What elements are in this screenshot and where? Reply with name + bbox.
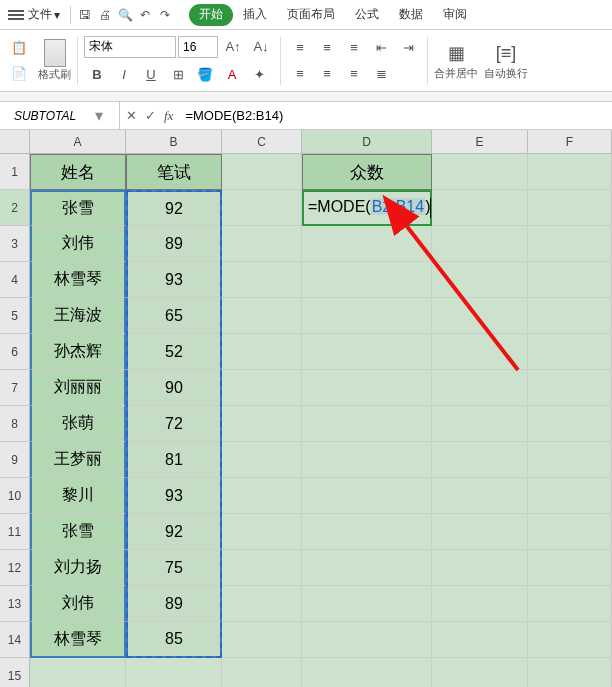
cell-name[interactable]: 林雪琴 (30, 622, 126, 658)
cell-name[interactable]: 张雪 (30, 514, 126, 550)
cell-score[interactable]: 65 (126, 298, 222, 334)
spreadsheet-grid[interactable]: ABCDEF 123456789101112131415 姓名笔试众数张雪92=… (0, 130, 612, 685)
wrap-group[interactable]: [≡] 自动换行 (484, 33, 528, 89)
cancel-icon[interactable]: ✕ (126, 108, 137, 123)
cell[interactable] (528, 658, 612, 687)
align-center-icon[interactable]: ≡ (314, 62, 340, 86)
cell[interactable] (302, 622, 432, 658)
name-box-input[interactable] (0, 109, 90, 123)
align-top-icon[interactable]: ≡ (287, 36, 313, 60)
cell-score[interactable]: 81 (126, 442, 222, 478)
row-header[interactable]: 6 (0, 334, 30, 370)
tab-insert[interactable]: 插入 (233, 0, 277, 30)
cell-name[interactable]: 王海波 (30, 298, 126, 334)
cell[interactable] (432, 622, 528, 658)
cell[interactable] (432, 658, 528, 687)
column-header[interactable]: F (528, 130, 612, 154)
row-header[interactable]: 12 (0, 550, 30, 586)
row-header[interactable]: 7 (0, 370, 30, 406)
cell[interactable] (528, 370, 612, 406)
cell-score[interactable]: 92 (126, 190, 222, 226)
font-color-button[interactable]: A (219, 63, 245, 87)
font-size-select[interactable]: 16 (178, 36, 218, 58)
cell[interactable] (528, 586, 612, 622)
cell[interactable] (432, 226, 528, 262)
distribute-icon[interactable]: ≣ (368, 62, 394, 86)
row-header[interactable]: 1 (0, 154, 30, 190)
cell-name[interactable]: 张萌 (30, 406, 126, 442)
tab-formula[interactable]: 公式 (345, 0, 389, 30)
row-header[interactable]: 11 (0, 514, 30, 550)
cell[interactable] (222, 550, 302, 586)
italic-button[interactable]: I (111, 63, 137, 87)
cell-name[interactable]: 刘伟 (30, 226, 126, 262)
cell[interactable] (528, 442, 612, 478)
column-header[interactable]: A (30, 130, 126, 154)
cell-header-score[interactable]: 笔试 (126, 154, 222, 190)
cell[interactable] (528, 298, 612, 334)
cell[interactable] (222, 154, 302, 190)
cell-name[interactable]: 刘伟 (30, 586, 126, 622)
cell[interactable] (432, 586, 528, 622)
underline-button[interactable]: U (138, 63, 164, 87)
chevron-down-icon[interactable]: ▾ (90, 106, 108, 125)
cell[interactable] (302, 262, 432, 298)
cell-name[interactable]: 孙杰辉 (30, 334, 126, 370)
cell[interactable] (432, 370, 528, 406)
cell-score[interactable]: 72 (126, 406, 222, 442)
row-header[interactable]: 10 (0, 478, 30, 514)
cell[interactable] (432, 262, 528, 298)
cell-score[interactable]: 93 (126, 478, 222, 514)
row-header[interactable]: 15 (0, 658, 30, 687)
cell[interactable] (222, 262, 302, 298)
cell[interactable] (222, 514, 302, 550)
cell-editing[interactable]: =MODE(B2:B14) (302, 190, 432, 226)
cell[interactable] (222, 190, 302, 226)
align-middle-icon[interactable]: ≡ (314, 36, 340, 60)
copy-icon[interactable]: 📄 (6, 62, 32, 86)
redo-icon[interactable]: ↷ (155, 8, 175, 22)
cell[interactable] (432, 298, 528, 334)
name-box[interactable]: ▾ (0, 102, 120, 129)
cell[interactable] (528, 406, 612, 442)
cell[interactable] (222, 334, 302, 370)
preview-icon[interactable]: 🔍 (115, 8, 135, 22)
cell-header-name[interactable]: 姓名 (30, 154, 126, 190)
cell[interactable] (302, 586, 432, 622)
row-header[interactable]: 14 (0, 622, 30, 658)
font-grow-icon[interactable]: A↑ (220, 35, 246, 59)
cell-name[interactable]: 刘力扬 (30, 550, 126, 586)
cell[interactable] (302, 442, 432, 478)
cell[interactable] (302, 334, 432, 370)
cell[interactable] (302, 550, 432, 586)
paste-icon[interactable]: 📋 (6, 36, 32, 60)
cell-name[interactable]: 黎川 (30, 478, 126, 514)
tab-start[interactable]: 开始 (189, 4, 233, 26)
cell[interactable] (30, 658, 126, 687)
column-header[interactable]: E (432, 130, 528, 154)
cell[interactable] (126, 658, 222, 687)
cell-score[interactable]: 89 (126, 226, 222, 262)
cell-score[interactable]: 52 (126, 334, 222, 370)
cell[interactable] (432, 442, 528, 478)
cell[interactable] (528, 550, 612, 586)
cell[interactable] (528, 262, 612, 298)
cell[interactable] (432, 478, 528, 514)
cell[interactable] (528, 622, 612, 658)
cell[interactable] (222, 370, 302, 406)
cell-score[interactable]: 85 (126, 622, 222, 658)
cell-header-mode[interactable]: 众数 (302, 154, 432, 190)
cell-score[interactable]: 75 (126, 550, 222, 586)
save-icon[interactable]: 🖫 (75, 8, 95, 22)
cell-score[interactable]: 92 (126, 514, 222, 550)
menu-icon[interactable] (8, 7, 24, 23)
font-shrink-icon[interactable]: A↓ (248, 35, 274, 59)
cell[interactable] (222, 586, 302, 622)
accept-icon[interactable]: ✓ (145, 108, 156, 123)
cell[interactable] (222, 442, 302, 478)
row-header[interactable]: 4 (0, 262, 30, 298)
cell-score[interactable]: 93 (126, 262, 222, 298)
indent-decrease-icon[interactable]: ⇤ (368, 36, 394, 60)
print-icon[interactable]: 🖨 (95, 8, 115, 22)
cell[interactable] (222, 406, 302, 442)
